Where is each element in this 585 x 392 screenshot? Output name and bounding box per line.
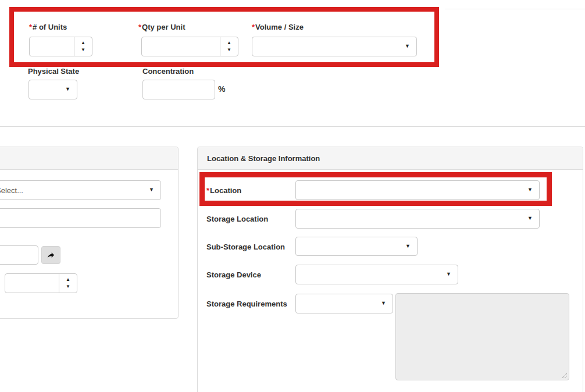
spinner-down-icon[interactable]: ▼ xyxy=(227,48,231,52)
top-partial-divider xyxy=(445,9,585,9)
spinner-up-icon[interactable]: ▲ xyxy=(227,41,231,45)
spinner-down-icon[interactable]: ▼ xyxy=(66,284,70,289)
chevron-down-icon: ▼ xyxy=(65,87,70,92)
left-lookup-input[interactable] xyxy=(0,245,38,265)
left-type-select[interactable]: Select... ▼ xyxy=(0,180,161,200)
storage-location-label: Storage Location xyxy=(206,215,268,223)
left-spin-input[interactable] xyxy=(5,274,59,293)
left-spinner[interactable]: ▲ ▼ xyxy=(59,274,77,293)
physical-state-label: Physical State xyxy=(28,67,79,76)
left-text-input[interactable] xyxy=(0,208,161,228)
num-units-spinbox: ▲ ▼ xyxy=(29,37,92,56)
num-units-input[interactable] xyxy=(30,37,74,56)
spinner-down-icon[interactable]: ▼ xyxy=(81,48,85,52)
storage-device-select[interactable]: ▼ xyxy=(295,265,458,284)
panel-title: Location & Storage Information xyxy=(207,154,320,163)
spinner-up-icon[interactable]: ▲ xyxy=(81,41,85,45)
concentration-input[interactable] xyxy=(142,80,215,99)
qty-per-unit-spinner[interactable]: ▲ ▼ xyxy=(220,37,238,56)
lookup-forward-button[interactable] xyxy=(41,246,60,264)
required-asterisk: * xyxy=(29,23,32,31)
chevron-down-icon: ▼ xyxy=(405,244,411,249)
physical-state-select[interactable]: ▼ xyxy=(28,80,77,99)
left-spinbox: ▲ ▼ xyxy=(5,273,77,293)
required-asterisk: * xyxy=(138,23,141,31)
concentration-label: Concentration xyxy=(142,67,194,76)
required-asterisk: * xyxy=(206,186,209,195)
storage-requirements-notes[interactable] xyxy=(395,293,569,380)
chevron-down-icon: ▼ xyxy=(149,187,154,193)
required-asterisk: * xyxy=(252,23,255,31)
storage-requirements-select[interactable]: ▼ xyxy=(295,294,393,313)
sub-storage-location-select[interactable]: ▼ xyxy=(295,237,418,256)
spinner-up-icon[interactable]: ▲ xyxy=(66,277,70,282)
qty-per-unit-spinbox: ▲ ▼ xyxy=(141,37,238,56)
forward-arrow-icon xyxy=(46,251,56,259)
storage-location-select[interactable]: ▼ xyxy=(295,209,540,229)
location-storage-panel-header: Location & Storage Information xyxy=(198,147,583,170)
chevron-down-icon: ▼ xyxy=(405,44,410,49)
storage-device-label: Storage Device xyxy=(206,270,261,279)
resize-grip-icon[interactable] xyxy=(561,372,568,379)
section-divider xyxy=(0,126,585,127)
location-select[interactable]: ▼ xyxy=(295,180,540,200)
chevron-down-icon: ▼ xyxy=(527,187,533,193)
num-units-spinner[interactable]: ▲ ▼ xyxy=(74,37,92,56)
qty-per-unit-input[interactable] xyxy=(142,37,220,56)
storage-requirements-label: Storage Requirements xyxy=(206,300,287,308)
location-label: *Location xyxy=(206,186,241,195)
chevron-down-icon: ▼ xyxy=(527,216,533,221)
form-screen: *# of Units ▲ ▼ *Qty per Unit ▲ ▼ *Volum… xyxy=(0,0,585,392)
left-panel-header xyxy=(0,147,178,170)
volume-size-label: *Volume / Size xyxy=(252,23,304,31)
chevron-down-icon: ▼ xyxy=(446,272,451,277)
qty-per-unit-label: *Qty per Unit xyxy=(138,23,185,31)
volume-size-select[interactable]: ▼ xyxy=(252,37,417,56)
percent-suffix: % xyxy=(218,84,225,94)
sub-storage-location-label: Sub-Storage Location xyxy=(206,243,285,251)
num-units-label: *# of Units xyxy=(29,23,67,31)
chevron-down-icon: ▼ xyxy=(381,301,386,306)
